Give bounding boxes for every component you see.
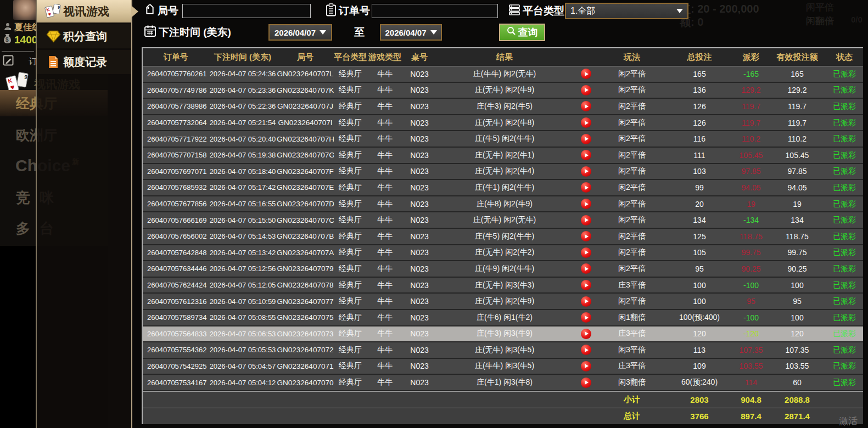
cell-valid_bet: 94.05 bbox=[769, 183, 826, 192]
cell-platform: 经典厅 bbox=[334, 232, 367, 241]
table-row[interactable]: 2604070577071582026-04-07 05:19:38GN0232… bbox=[143, 148, 863, 164]
cell-round: GN0232640707D bbox=[277, 200, 334, 208]
money-bag-icon: $ bbox=[3, 33, 12, 47]
cell-status: 已派彩 bbox=[826, 69, 863, 79]
cell-play_type: 闲2平倍 bbox=[598, 264, 665, 274]
cell-order: 260407057717922 bbox=[143, 135, 209, 143]
play-icon bbox=[585, 234, 589, 239]
cell-time: 2026-04-07 05:15:50 bbox=[209, 216, 277, 224]
cell-play bbox=[573, 166, 598, 177]
table-row[interactable]: 2604070577497862026-04-07 05:23:36GN0232… bbox=[143, 83, 863, 99]
play-video-button[interactable] bbox=[581, 134, 591, 144]
table-row[interactable]: 2604070577320642026-04-07 05:21:54GN0232… bbox=[143, 115, 863, 132]
cell-round: GN02326407071 bbox=[277, 362, 334, 370]
cell-game: 牛牛 bbox=[367, 361, 403, 371]
cell-platform: 经典厅 bbox=[334, 247, 367, 257]
play-video-button[interactable] bbox=[581, 231, 591, 241]
table-row[interactable]: 2604070575429252026-04-07 05:04:57GN0232… bbox=[143, 359, 863, 375]
menu-item-points-query[interactable]: 积分查询 bbox=[37, 24, 131, 48]
cell-play bbox=[573, 231, 598, 241]
cell-payout: 119.7 bbox=[733, 119, 769, 127]
cell-game: 牛牛 bbox=[367, 313, 403, 323]
column-header-game: 游戏类型 bbox=[367, 52, 403, 63]
play-video-button[interactable] bbox=[581, 378, 591, 388]
table-row[interactable]: 2604070576970712026-04-07 05:18:40GN0232… bbox=[143, 164, 863, 181]
menu-item-credit-records[interactable]: 额度记录 bbox=[37, 50, 131, 74]
play-video-button[interactable] bbox=[581, 166, 591, 177]
play-video-button[interactable] bbox=[581, 117, 591, 128]
play-icon bbox=[585, 153, 589, 157]
play-video-button[interactable] bbox=[581, 215, 591, 226]
cell-round: GN02326407077 bbox=[277, 297, 334, 306]
cell-game: 牛牛 bbox=[367, 247, 403, 257]
play-icon bbox=[585, 250, 589, 255]
play-video-button[interactable] bbox=[581, 296, 591, 307]
table-row[interactable]: 2604070575648332026-04-07 05:06:53GN0232… bbox=[143, 326, 863, 343]
cell-platform: 经典厅 bbox=[334, 134, 367, 144]
cell-status: 已派彩 bbox=[826, 102, 863, 111]
play-video-button[interactable] bbox=[581, 312, 591, 323]
play-video-button[interactable] bbox=[581, 329, 591, 339]
play-video-button[interactable] bbox=[581, 345, 591, 355]
table-row[interactable]: 2604070576661692026-04-07 05:15:50GN0232… bbox=[143, 212, 863, 229]
cell-platform: 经典厅 bbox=[334, 296, 367, 306]
table-row[interactable]: 2604070576344462026-04-07 05:12:56GN0232… bbox=[143, 261, 863, 278]
chevron-down-icon bbox=[320, 30, 326, 35]
play-video-button[interactable] bbox=[581, 199, 591, 209]
play-video-button[interactable] bbox=[581, 247, 591, 258]
table-row[interactable]: 2604070577389862026-04-07 05:22:36GN0232… bbox=[143, 99, 863, 115]
cell-valid_bet: 95 bbox=[769, 297, 826, 306]
cell-round: GN0232640707C bbox=[277, 216, 334, 224]
query-button[interactable]: 查询 bbox=[499, 24, 545, 41]
table-row[interactable]: 2604070576123162026-04-07 05:10:59GN0232… bbox=[143, 294, 863, 310]
cell-play_type: 闲2平倍 bbox=[598, 102, 665, 111]
search-icon bbox=[507, 26, 516, 38]
cell-valid_bet: 134 bbox=[769, 216, 826, 224]
date-from-picker[interactable]: 2026/04/07 bbox=[268, 24, 332, 41]
play-video-button[interactable] bbox=[581, 69, 591, 79]
table-row[interactable]: 2604070575543622026-04-07 05:05:53GN0232… bbox=[143, 342, 863, 359]
play-video-button[interactable] bbox=[581, 182, 591, 193]
play-video-button[interactable] bbox=[581, 150, 591, 160]
betting-records-screen: * 夏佳红 $ 1400 订 9 bbox=[0, 0, 868, 428]
order-number-input[interactable] bbox=[372, 4, 498, 18]
menu-item-video-games[interactable]: 9 K♥ 视讯游戏 bbox=[37, 0, 131, 22]
date-to-picker[interactable]: 2026/04/07 bbox=[380, 24, 442, 41]
cell-platform: 经典厅 bbox=[334, 345, 367, 355]
play-video-button[interactable] bbox=[581, 101, 591, 111]
cell-play bbox=[573, 134, 598, 144]
table-row[interactable]: 2604070577179222026-04-07 05:20:40GN0232… bbox=[143, 131, 863, 148]
play-video-button[interactable] bbox=[581, 361, 591, 371]
table-row[interactable]: 2604070576244242026-04-07 05:12:05GN0232… bbox=[143, 278, 863, 294]
table-row[interactable]: 2604070576859322026-04-07 05:17:42GN0232… bbox=[143, 180, 863, 196]
cell-time: 2026-04-07 05:04:57 bbox=[209, 362, 277, 370]
cell-order: 260407057677856 bbox=[143, 200, 209, 208]
round-number-input[interactable] bbox=[182, 4, 311, 18]
table-row[interactable]: 2604070576428482026-04-07 05:13:42GN0232… bbox=[143, 245, 863, 262]
cell-order: 260407057642848 bbox=[143, 249, 209, 257]
cell-result: 庄(牛1) 闲3(牛8) bbox=[436, 378, 573, 387]
cell-time: 2026-04-07 05:13:42 bbox=[209, 249, 277, 257]
play-video-button[interactable] bbox=[581, 263, 591, 274]
cell-status: 已派彩 bbox=[826, 232, 863, 241]
cell-total_bet: 134 bbox=[665, 216, 733, 224]
play-icon bbox=[585, 121, 589, 125]
activation-watermark: 激活 bbox=[839, 415, 858, 427]
cell-round: GN0232640707K bbox=[277, 86, 334, 94]
table-row[interactable]: 2604070576560022026-04-07 05:14:53GN0232… bbox=[143, 229, 863, 245]
cell-game: 牛牛 bbox=[367, 102, 403, 111]
bet-time-label: 下注时间 (美东) bbox=[159, 25, 231, 40]
play-video-button[interactable] bbox=[581, 85, 591, 95]
cell-table_no: N023 bbox=[403, 264, 436, 273]
cell-round: GN02326407073 bbox=[277, 330, 334, 338]
cell-valid_bet: 60 bbox=[769, 378, 826, 387]
cell-platform: 经典厅 bbox=[334, 378, 367, 387]
table-row[interactable]: 2604070575897342026-04-07 05:08:55GN0232… bbox=[143, 310, 863, 326]
cell-play_type: 闲3翻倍 bbox=[598, 378, 665, 387]
table-row[interactable]: 2604070576778562026-04-07 05:16:55GN0232… bbox=[143, 196, 863, 213]
table-row[interactable]: 2604070575341672026-04-07 05:04:12GN0232… bbox=[143, 375, 863, 391]
play-video-button[interactable] bbox=[581, 280, 591, 290]
cell-time: 2026-04-07 05:04:12 bbox=[209, 379, 277, 387]
platform-type-select[interactable]: 1.全部 bbox=[565, 3, 688, 19]
table-row[interactable]: 2604070577602612026-04-07 05:24:36GN0232… bbox=[143, 66, 863, 83]
